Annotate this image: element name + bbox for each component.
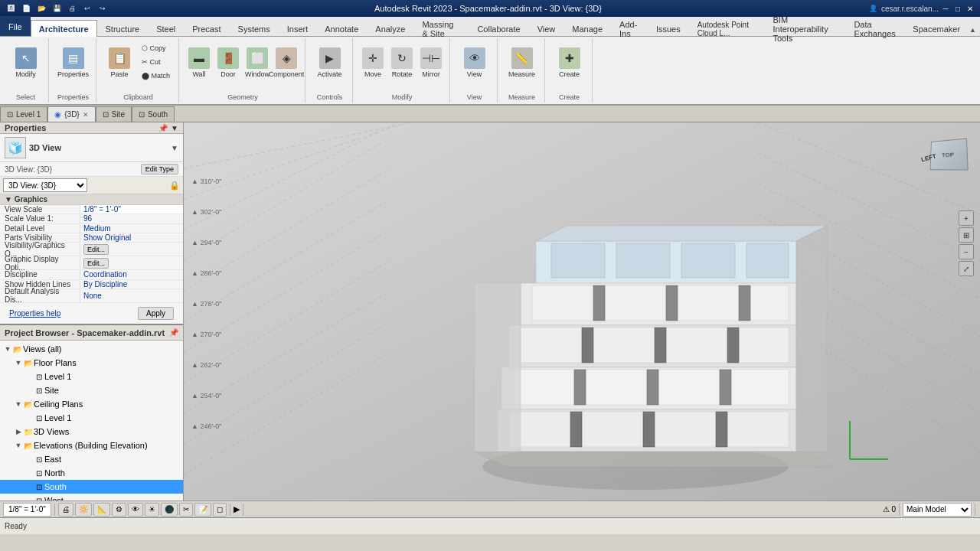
tree-item[interactable]: ▼📂Views (all) [0,342,183,356]
3d-tab-close[interactable]: ✕ [83,111,89,119]
apply-button[interactable]: Apply [138,307,174,320]
properties-help-link[interactable]: Properties help [5,308,65,319]
tree-item[interactable]: ⊡South [0,480,183,494]
tab-3d[interactable]: ◉ {3D} ✕ [47,106,95,122]
tab-collaborate[interactable]: Collaborate [469,20,528,37]
tab-file[interactable]: File [0,16,31,36]
ribbon-collapse-icon[interactable]: ▲ [969,24,977,36]
annotation-btn[interactable]: 📝 [194,503,211,517]
save-icon[interactable]: 💾 [51,2,63,15]
analysis-dis-value[interactable]: None [80,289,183,302]
activate-button[interactable]: ▶ Activate [314,41,346,84]
tree-item[interactable]: ▼📂Ceiling Plans [0,397,183,411]
door-button[interactable]: 🚪 Door [214,41,242,84]
zoom-out-btn[interactable]: − [959,244,974,259]
tree-item[interactable]: ⊡Level 1 [0,411,183,425]
rotate-button[interactable]: ↻ Rotate [388,41,416,84]
maximize-button[interactable]: □ [952,3,963,14]
tab-level1[interactable]: ⊡ Level 1 [0,106,47,122]
3d-snap-btn[interactable]: 📐 [93,503,110,517]
view-scale-value[interactable] [80,205,183,214]
view-btn[interactable]: 👁 View [461,41,488,84]
paste-button[interactable]: 📋 Paste [103,41,136,84]
tab-structure[interactable]: Structure [97,20,149,37]
minimize-button[interactable]: ─ [940,3,951,14]
zoom-in-btn[interactable]: + [959,210,974,226]
measure-btn[interactable]: 📏 Measure [507,41,537,84]
tab-apcl[interactable]: Autodesk Point Cloud L... [689,20,765,37]
props-view-select[interactable]: 3D View: {3D} [3,178,87,192]
tab-manage[interactable]: Manage [564,20,611,37]
matchprop-button[interactable]: ⬤ Match [138,69,174,83]
render-btn[interactable]: 🔆 [75,503,92,517]
tab-insert[interactable]: Insert [279,20,317,37]
props-graphics-section[interactable]: ▼ Graphics [0,194,183,205]
tab-view[interactable]: View [529,20,564,37]
shadows-btn[interactable]: 🌑 [161,503,178,517]
wall-button[interactable]: ▬ Wall [185,41,213,84]
tree-item[interactable]: ▶📁3D Views [0,425,183,439]
visibility-btn[interactable]: 👁 [128,503,143,517]
tree-item[interactable]: ▼📂Floor Plans [0,356,183,370]
tree-item[interactable]: ⊡West [0,494,183,500]
detail-level-value[interactable]: Medium [80,224,183,233]
tab-spacemaker[interactable]: Spacemaker [904,20,969,37]
crop-region-btn[interactable]: ✂ [179,503,193,517]
sun-path-btn[interactable]: ☀ [145,503,159,517]
tab-systems[interactable]: Systems [230,20,279,37]
new-icon[interactable]: 📄 [20,2,32,15]
zoom-region-btn[interactable]: ⤢ [959,261,974,276]
tab-precast[interactable]: Precast [184,20,229,37]
tab-site[interactable]: ⊡ Site [96,106,132,122]
tab-analyze[interactable]: Analyze [367,20,413,37]
tab-massing[interactable]: Massing & Site [413,20,469,37]
zoom-fit-btn[interactable]: ⊞ [959,227,974,243]
tree-item[interactable]: ⊡Site [0,383,183,397]
mirror-button[interactable]: ⊣⊢ Mirror [417,41,445,84]
redo-icon[interactable]: ↪ [96,2,109,15]
browser-tree[interactable]: ▼📂Views (all)▼📂Floor Plans ⊡Level 1 ⊡Sit… [0,341,183,500]
close-button[interactable]: ✕ [965,3,975,14]
edit-type-button[interactable]: Edit Type [141,164,178,174]
temp-hide-btn[interactable]: ◻ [213,503,227,517]
properties-button[interactable]: ▤ Properties [57,41,90,84]
tab-steel[interactable]: Steel [148,20,184,37]
tree-item[interactable]: ▼📂Elevations (Building Elevation) [0,439,183,452]
tree-item[interactable]: ⊡Level 1 [0,370,183,383]
tab-bim[interactable]: BIM Interoperability Tools [764,20,845,37]
tab-annotate[interactable]: Annotate [316,20,367,37]
view-scale-input[interactable] [83,205,180,214]
tab-south[interactable]: ⊡ South [132,106,175,122]
tab-issues[interactable]: Issues [648,20,689,37]
navigation-cube[interactable]: TOP LEFT [925,132,971,178]
view-options-btn[interactable]: ⚙ [112,503,126,517]
props-dropdown-arrow[interactable]: ▼ [171,144,178,152]
open-icon[interactable]: 📂 [35,2,47,15]
print-icon[interactable]: 🖨 [66,2,78,15]
print-btn[interactable]: 🖨 [58,503,74,517]
status-text: Ready [5,522,27,530]
create-btn[interactable]: ✚ Create [554,41,585,84]
parts-vis-value[interactable]: Show Original [80,233,183,242]
modify-button[interactable]: ↖ Modify [9,41,43,84]
undo-icon[interactable]: ↩ [81,2,93,15]
window-button[interactable]: ⬜ Window [243,41,271,84]
tree-item[interactable]: ⊡North [0,466,183,480]
viewport[interactable]: ▲ 310'-0" ▲ 302'-0" ▲ 294'-0" ▲ 286'-0" … [184,122,980,500]
tab-addins[interactable]: Add-Ins [611,20,648,37]
browser-pin-icon[interactable]: 📌 [169,328,178,337]
tab-data[interactable]: Data Exchanges [845,20,904,37]
component-button[interactable]: ◈ Component [273,41,300,84]
copy-button[interactable]: ⬡ Copy [138,41,174,55]
discipline-value[interactable]: Coordination [80,270,183,279]
move-button[interactable]: ✛ Move [359,41,387,84]
tree-item[interactable]: ⊡East [0,452,183,466]
vis-graphics-edit-btn[interactable]: Edit... [83,244,109,255]
graphic-display-edit-btn[interactable]: Edit... [83,258,109,269]
props-pin-icon[interactable]: 📌 [158,124,168,132]
tab-architecture[interactable]: Architecture [31,20,97,37]
hidden-lines-value[interactable]: By Discipline [80,280,183,289]
cut-button[interactable]: ✂ Cut [138,55,174,69]
model-select[interactable]: Main Model [903,503,972,517]
props-expand-icon[interactable]: ▼ [171,124,178,132]
